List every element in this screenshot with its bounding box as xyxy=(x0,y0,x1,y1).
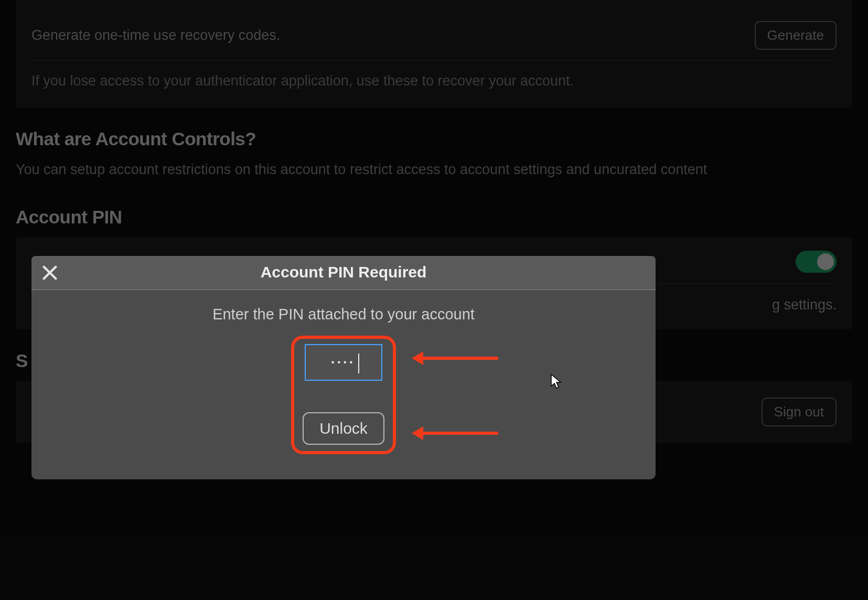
pin-input-value: •••• xyxy=(331,358,356,367)
cursor-icon xyxy=(550,373,563,390)
text-caret xyxy=(358,353,359,373)
annotation-highlight-box: •••• Unlock xyxy=(291,336,396,454)
modal-title: Account PIN Required xyxy=(42,263,645,281)
modal-instruction: Enter the PIN attached to your account xyxy=(47,306,640,323)
account-pin-modal: Account PIN Required Enter the PIN attac… xyxy=(31,256,656,479)
close-icon[interactable] xyxy=(41,264,59,282)
annotation-arrow-icon xyxy=(414,357,498,360)
pin-input[interactable]: •••• xyxy=(305,344,382,381)
modal-header: Account PIN Required xyxy=(31,256,656,290)
unlock-button[interactable]: Unlock xyxy=(303,412,384,445)
annotation-arrow-icon xyxy=(414,432,498,435)
